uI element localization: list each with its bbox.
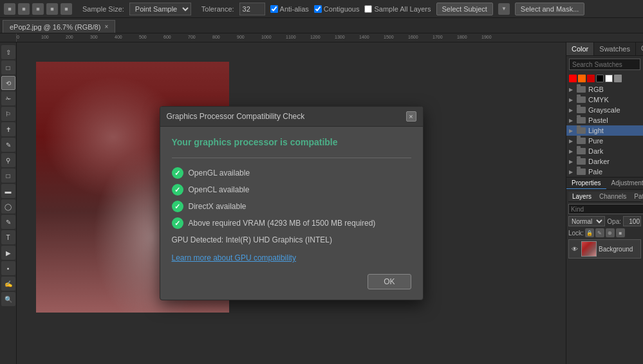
select-mask-button[interactable]: Select and Mask...	[515, 3, 585, 15]
anti-alias-checkbox[interactable]	[270, 5, 278, 13]
swatch-dark-red[interactable]	[587, 75, 595, 82]
tool-type[interactable]: T	[1, 230, 15, 244]
ruler-tick-1300: 1300	[335, 35, 345, 39]
toolbar-icon-4[interactable]: ■	[46, 3, 58, 15]
ruler-tick-200: 200	[66, 35, 73, 39]
tool-hand[interactable]: ✍	[1, 277, 15, 291]
swatch-black[interactable]	[596, 75, 604, 82]
tool-dodge[interactable]: ◯	[1, 199, 15, 214]
modal-close-button[interactable]: ×	[406, 111, 416, 122]
tab-bar: ePop2.jpg @ 16.7% (RGB/8) ×	[0, 18, 643, 33]
tool-shape[interactable]: ▪	[1, 261, 15, 275]
swatch-group-dark[interactable]: ▶ Dark	[566, 146, 643, 156]
swatch-group-pale[interactable]: ▶ Pale	[566, 167, 643, 177]
swatch-group-grayscale[interactable]: ▶ Grayscale	[566, 105, 643, 115]
folder-icon-pale	[577, 168, 586, 175]
lock-all-icon[interactable]: ■	[616, 228, 625, 237]
tool-eyedropper[interactable]: ⚐	[1, 107, 15, 121]
layers-panel: Layers Channels Paths 🔍 ▼ Normal Opa:	[566, 190, 643, 260]
swatch-group-pure[interactable]: ▶ Pure	[566, 136, 643, 146]
tab-channels[interactable]: Channels	[595, 192, 630, 201]
tool-path-selection[interactable]: ▶	[1, 246, 15, 260]
folder-icon-dark	[577, 148, 586, 154]
main-layout: ⇧ □ ⟲ ✁ ⚐ ✝ ✎ ⚲ □ ▬ ◯ ✎ T ▶ ▪ ✍ 🔍 Graphi…	[0, 42, 643, 364]
tab-close-icon[interactable]: ×	[104, 23, 108, 30]
select-subject-button[interactable]: Select Subject	[436, 3, 493, 15]
swatches-search-input[interactable]	[569, 59, 640, 70]
tool-healing[interactable]: ✝	[1, 122, 15, 136]
layer-visibility-icon[interactable]: 👁	[570, 244, 579, 253]
tab-color[interactable]: Color	[566, 42, 594, 55]
swatch-group-pastel[interactable]: ▶ Pastel	[566, 115, 643, 125]
contiguous-checkbox[interactable]	[314, 5, 322, 13]
tool-lasso[interactable]: ⟲	[1, 76, 15, 90]
tool-clone[interactable]: ⚲	[1, 153, 15, 167]
layer-kind-input[interactable]	[568, 204, 643, 214]
tool-crop[interactable]: ✁	[1, 91, 15, 105]
check-icon-directx	[172, 201, 183, 212]
learn-more-link[interactable]: Learn more about GPU compatibility	[172, 253, 411, 262]
check-label-directx: DirectX available	[189, 202, 247, 211]
tab-gradients[interactable]: Gradie...	[636, 42, 643, 55]
ruler-row: 0 100 200 300 400 500 600 700 800 900 10…	[0, 33, 643, 42]
toolbar-icons: ■ ■ ■ ■ ■	[4, 3, 72, 15]
tab-layers[interactable]: Layers	[568, 192, 595, 201]
sample-all-checkbox[interactable]	[364, 5, 372, 13]
sample-size-dropdown[interactable]: Point Sample	[129, 3, 191, 15]
tab-epop2[interactable]: ePop2.jpg @ 16.7% (RGB/8) ×	[3, 20, 115, 33]
tool-marquee[interactable]: □	[1, 60, 15, 75]
swatch-orange[interactable]	[578, 75, 586, 82]
swatch-label-pale: Pale	[588, 168, 602, 176]
lock-icon[interactable]: 🔒	[585, 228, 594, 237]
lock-position-icon[interactable]: ⊕	[606, 228, 615, 237]
toolbar-icon-2[interactable]: ■	[18, 3, 30, 15]
folder-icon-rgb	[577, 86, 586, 93]
swatch-label-darker: Darker	[588, 158, 610, 165]
toolbar-icon-1[interactable]: ■	[4, 3, 15, 15]
ruler-tick-1400: 1400	[359, 35, 369, 39]
canvas-area: Graphics Processor Compatibility Check ×…	[17, 42, 566, 364]
swatch-group-darker[interactable]: ▶ Darker	[566, 156, 643, 167]
tool-pen[interactable]: ✎	[1, 215, 15, 229]
tab-swatches[interactable]: Swatches	[594, 42, 636, 55]
modal-title: Graphics Processor Compatibility Check	[167, 112, 305, 121]
ruler-tick-100: 100	[41, 35, 49, 39]
blend-mode-dropdown[interactable]: Normal	[568, 216, 605, 226]
ruler-tick-800: 800	[212, 35, 220, 39]
ruler-tick-400: 400	[115, 35, 122, 39]
swatch-group-rgb[interactable]: ▶ RGB	[566, 84, 643, 95]
toolbar-icon-3[interactable]: ■	[32, 3, 44, 15]
swatch-group-light[interactable]: ▶ Light	[566, 125, 643, 136]
modal-ok-button[interactable]: OK	[368, 274, 411, 289]
lock-label: Lock:	[568, 230, 584, 237]
tolerance-label: Tolerance:	[201, 5, 234, 13]
swatch-white[interactable]	[605, 75, 613, 82]
anti-alias-group[interactable]: Anti-alias	[270, 5, 309, 13]
tool-gradient[interactable]: ▬	[1, 184, 15, 198]
select-subject-dropdown-icon[interactable]: ▼	[498, 3, 510, 15]
modal-heading: Your graphics processor is compatible	[172, 137, 411, 147]
swatch-red[interactable]	[569, 75, 577, 82]
sample-all-label: Sample All Layers	[374, 5, 431, 13]
lock-paint-icon[interactable]: ✎	[595, 228, 604, 237]
toolbar-icon-5[interactable]: ■	[61, 3, 72, 15]
swatch-group-cmyk[interactable]: ▶ CMYK	[566, 95, 643, 105]
tool-zoom[interactable]: 🔍	[1, 292, 15, 306]
sample-all-group[interactable]: Sample All Layers	[364, 5, 431, 13]
check-icon-opencl	[172, 184, 183, 196]
tool-brush[interactable]: ✎	[1, 138, 15, 152]
swatch-gray[interactable]	[614, 75, 622, 82]
tab-adjustments[interactable]: Adjustments	[606, 177, 643, 189]
tool-move[interactable]: ⇧	[1, 45, 15, 59]
tolerance-input[interactable]	[239, 3, 265, 15]
tool-eraser[interactable]: □	[1, 168, 15, 183]
check-label-opencl: OpenCL available	[189, 185, 250, 194]
tab-properties[interactable]: Properties	[566, 177, 606, 189]
swatch-label-rgb: RGB	[588, 86, 604, 93]
layer-item-background[interactable]: 👁 Background	[568, 239, 641, 259]
tab-paths[interactable]: Paths	[630, 192, 643, 201]
opacity-input[interactable]	[623, 216, 641, 226]
chevron-darker: ▶	[569, 159, 574, 165]
contiguous-group[interactable]: Contiguous	[314, 5, 360, 13]
modal-gpu-info: GPU Detected: Intel(R) UHD Graphics (INT…	[172, 235, 411, 244]
